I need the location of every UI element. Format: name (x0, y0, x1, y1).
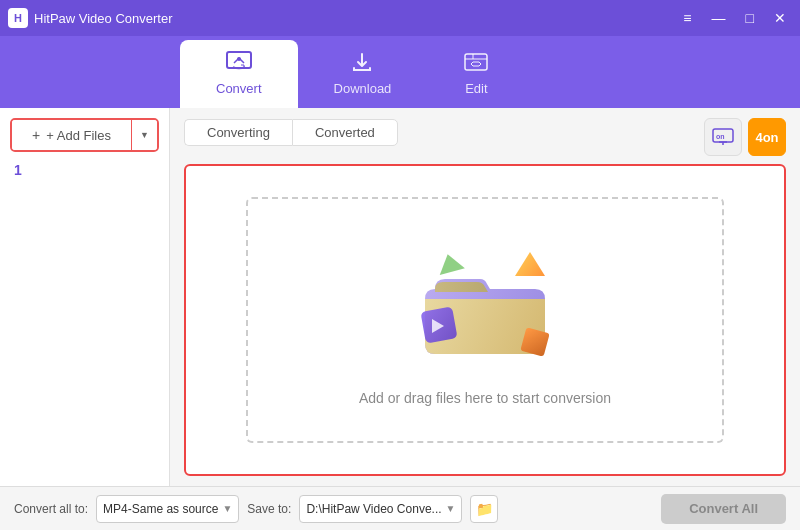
format-select[interactable]: MP4-Same as source ▼ (96, 495, 239, 523)
save-path-dropdown-icon: ▼ (446, 503, 456, 514)
main-area: + + Add Files ▼ 1 Converting Converted (0, 108, 800, 486)
minimize-button[interactable]: — (706, 8, 732, 28)
tab-convert-label: Convert (216, 81, 262, 96)
convert-icon (226, 51, 252, 77)
bottom-bar: Convert all to: MP4-Same as source ▼ Sav… (0, 486, 800, 530)
speed-icon-button[interactable]: 4on (748, 118, 786, 156)
drop-zone[interactable]: Add or drag files here to start conversi… (184, 164, 786, 476)
download-icon (349, 51, 375, 77)
plus-icon: + (32, 127, 40, 143)
sidebar: + + Add Files ▼ 1 (0, 108, 170, 486)
titlebar-left: H HitPaw Video Converter (8, 8, 173, 28)
sidebar-number: 1 (10, 160, 159, 180)
folder-icon: 📁 (476, 501, 493, 517)
content-area: Converting Converted on (170, 108, 800, 486)
nav-tabs: Convert Download Edit (0, 36, 800, 108)
tab-download-label: Download (334, 81, 392, 96)
app-window: H HitPaw Video Converter ≡ — □ ✕ Co (0, 0, 800, 530)
menu-button[interactable]: ≡ (677, 8, 697, 28)
speed-label: 4on (755, 130, 778, 145)
add-files-button[interactable]: + + Add Files ▼ (10, 118, 159, 152)
app-logo: H (8, 8, 28, 28)
save-to-label: Save to: (247, 502, 291, 516)
maximize-button[interactable]: □ (740, 8, 760, 28)
format-dropdown-icon: ▼ (222, 503, 232, 514)
drop-zone-text: Add or drag files here to start conversi… (359, 390, 611, 406)
tab-edit-label: Edit (465, 81, 487, 96)
tab-download[interactable]: Download (298, 40, 428, 108)
tab-edit[interactable]: Edit (427, 40, 525, 108)
window-controls: ≡ — □ ✕ (677, 8, 792, 28)
convert-all-button[interactable]: Convert All (661, 494, 786, 524)
dropdown-arrow-icon: ▼ (140, 130, 149, 140)
sub-tabs: Converting Converted (184, 119, 398, 146)
edit-icon (463, 51, 489, 77)
save-path-select[interactable]: D:\HitPaw Video Conve... ▼ (299, 495, 462, 523)
svg-marker-13 (435, 251, 465, 275)
screen-icon-button[interactable]: on (704, 118, 742, 156)
tab-convert[interactable]: Convert (180, 40, 298, 108)
titlebar: H HitPaw Video Converter ≡ — □ ✕ (0, 0, 800, 36)
content-header: Converting Converted on (184, 118, 786, 156)
svg-marker-9 (515, 252, 545, 276)
folder-illustration (405, 234, 565, 374)
browse-folder-button[interactable]: 📁 (470, 495, 498, 523)
convert-all-to-label: Convert all to: (14, 502, 88, 516)
app-title: HitPaw Video Converter (34, 11, 173, 26)
svg-text:on: on (716, 133, 725, 140)
right-icon-group: on 4on (704, 118, 786, 156)
close-button[interactable]: ✕ (768, 8, 792, 28)
svg-point-1 (237, 57, 241, 61)
add-files-dropdown-button[interactable]: ▼ (131, 120, 157, 150)
drop-zone-inner: Add or drag files here to start conversi… (246, 197, 724, 443)
format-value: MP4-Same as source (103, 502, 218, 516)
sub-tab-converted[interactable]: Converted (292, 119, 398, 146)
add-files-label: + Add Files (46, 128, 111, 143)
save-path-value: D:\HitPaw Video Conve... (306, 502, 441, 516)
sub-tab-converting[interactable]: Converting (184, 119, 292, 146)
add-files-main[interactable]: + + Add Files (12, 120, 131, 150)
